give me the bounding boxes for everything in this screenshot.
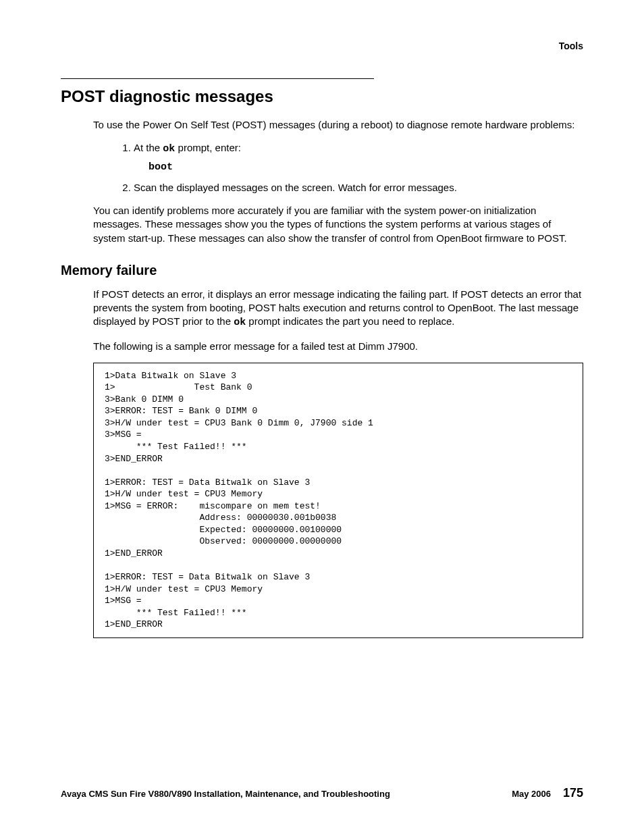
footer-title: Avaya CMS Sun Fire V880/V890 Installatio… — [61, 789, 390, 799]
step-2: Scan the displayed messages on the scree… — [134, 181, 583, 194]
step-1-mono: ok — [163, 143, 175, 155]
footer-date: May 2006 — [512, 789, 551, 799]
step-1-prefix: At the — [134, 142, 163, 153]
step-1-suffix: prompt, enter: — [175, 142, 241, 153]
header-section-label: Tools — [61, 41, 583, 51]
subsection-p1-mono: ok — [234, 317, 246, 328]
footer-right-group: May 2006 175 — [512, 786, 583, 800]
subsection-p1: If POST detects an error, it displays an… — [93, 288, 583, 330]
section-title: POST diagnostic messages — [61, 87, 583, 106]
footer-page-number: 175 — [563, 786, 583, 800]
subsection-p2: The following is a sample error message … — [93, 340, 583, 353]
subsection-p1-b: prompt indicates the part you need to re… — [246, 315, 454, 327]
page-container: Tools POST diagnostic messages To use th… — [0, 0, 644, 834]
subsection-body: If POST detects an error, it displays an… — [93, 288, 583, 353]
step-1-command: boot — [149, 161, 583, 174]
steps-list: At the ok prompt, enter: boot Scan the d… — [93, 141, 583, 194]
intro-paragraph: To use the Power On Self Test (POST) mes… — [93, 118, 583, 132]
step-1: At the ok prompt, enter: boot — [134, 141, 583, 174]
page-footer: Avaya CMS Sun Fire V880/V890 Installatio… — [61, 786, 583, 800]
section-body: To use the Power On Self Test (POST) mes… — [93, 118, 583, 245]
code-sample: 1>Data Bitwalk on Slave 3 1> Test Bank 0… — [93, 363, 583, 638]
section-rule — [61, 78, 374, 79]
subsection-title: Memory failure — [61, 263, 583, 278]
followup-paragraph: You can identify problems more accuratel… — [93, 204, 583, 245]
